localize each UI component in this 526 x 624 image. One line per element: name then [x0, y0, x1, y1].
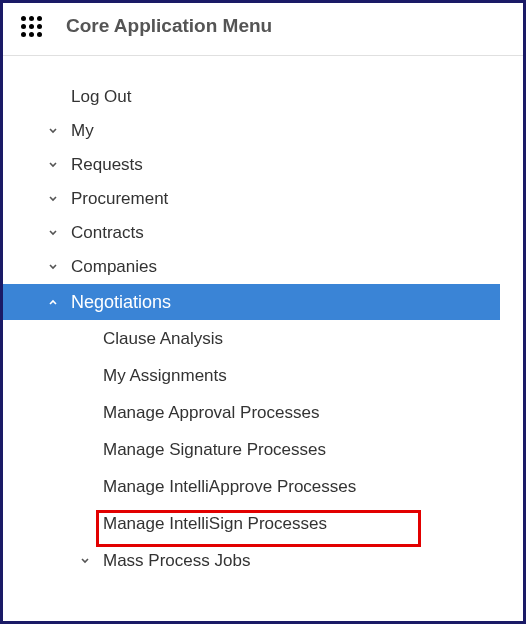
- menu-item-negotiations[interactable]: Negotiations: [3, 284, 500, 320]
- page-title: Core Application Menu: [66, 15, 272, 37]
- submenu-item-manage-intellisign[interactable]: Manage IntelliSign Processes: [3, 505, 500, 542]
- submenu-label: Manage IntelliSign Processes: [103, 514, 500, 534]
- submenu-item-manage-intelliapprove[interactable]: Manage IntelliApprove Processes: [3, 468, 500, 505]
- submenu-label: Clause Analysis: [103, 329, 500, 349]
- menu-label: Companies: [71, 257, 500, 277]
- submenu-item-clause-analysis[interactable]: Clause Analysis: [3, 320, 500, 357]
- menu-item-contracts[interactable]: Contracts: [3, 216, 500, 250]
- header-bar: Core Application Menu: [3, 3, 523, 56]
- submenu-label: Manage Approval Processes: [103, 403, 500, 423]
- chevron-down-icon: [47, 227, 59, 239]
- menu-item-requests[interactable]: Requests: [3, 148, 500, 182]
- submenu-item-mass-process-jobs[interactable]: Mass Process Jobs: [3, 542, 500, 579]
- submenu-item-manage-approval[interactable]: Manage Approval Processes: [3, 394, 500, 431]
- submenu-item-manage-signature[interactable]: Manage Signature Processes: [3, 431, 500, 468]
- submenu-label: My Assignments: [103, 366, 500, 386]
- chevron-down-icon: [47, 261, 59, 273]
- chevron-down-icon: [79, 555, 91, 567]
- menu-label: Contracts: [71, 223, 500, 243]
- chevron-up-icon: [47, 296, 59, 308]
- menu-label: My: [71, 121, 500, 141]
- menu-item-logout[interactable]: Log Out: [3, 80, 500, 114]
- submenu-label: Mass Process Jobs: [103, 551, 500, 571]
- app-launcher-icon[interactable]: [21, 16, 42, 37]
- menu-label: Requests: [71, 155, 500, 175]
- menu-item-procurement[interactable]: Procurement: [3, 182, 500, 216]
- menu-tree: Log Out My Requests Procurement Contract…: [3, 56, 500, 579]
- menu-label: Procurement: [71, 189, 500, 209]
- chevron-down-icon: [47, 159, 59, 171]
- menu-item-my[interactable]: My: [3, 114, 500, 148]
- submenu-label: Manage Signature Processes: [103, 440, 500, 460]
- menu-label: Negotiations: [71, 292, 500, 313]
- chevron-down-icon: [47, 193, 59, 205]
- menu-label: Log Out: [71, 87, 500, 107]
- chevron-down-icon: [47, 125, 59, 137]
- submenu-label: Manage IntelliApprove Processes: [103, 477, 500, 497]
- menu-item-companies[interactable]: Companies: [3, 250, 500, 284]
- submenu-item-my-assignments[interactable]: My Assignments: [3, 357, 500, 394]
